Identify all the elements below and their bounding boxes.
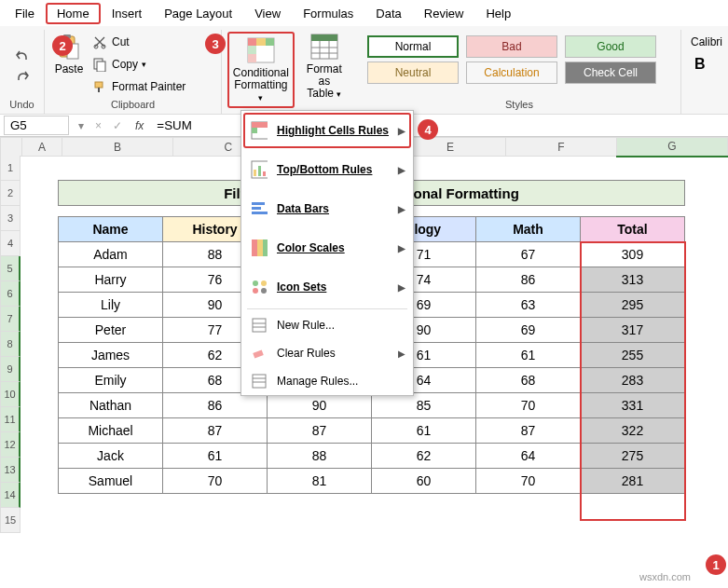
table-row: Jack61886264275 bbox=[59, 444, 685, 469]
menu-clear-rules[interactable]: Clear Rules ▶ bbox=[241, 339, 413, 367]
svg-point-36 bbox=[253, 288, 258, 294]
svg-rect-31 bbox=[252, 239, 257, 256]
svg-rect-29 bbox=[252, 207, 261, 210]
svg-rect-28 bbox=[252, 202, 265, 205]
icon-sets-icon bbox=[251, 279, 268, 295]
redo-icon[interactable] bbox=[14, 67, 31, 84]
menu-insert[interactable]: Insert bbox=[101, 3, 154, 24]
menu-home[interactable]: Home bbox=[46, 3, 101, 24]
menu-label: Color Scales bbox=[277, 241, 345, 254]
svg-point-37 bbox=[261, 288, 267, 294]
conditional-formatting-icon bbox=[246, 35, 276, 65]
chevron-right-icon: ▶ bbox=[398, 282, 405, 293]
svg-rect-6 bbox=[97, 62, 105, 72]
svg-rect-16 bbox=[311, 34, 337, 41]
svg-rect-41 bbox=[253, 349, 263, 358]
svg-rect-11 bbox=[256, 38, 266, 46]
copy-label: Copy bbox=[112, 58, 138, 71]
cut-button[interactable]: Cut bbox=[91, 32, 185, 52]
format-painter-icon bbox=[91, 78, 108, 95]
callout-2: 2 bbox=[52, 35, 73, 56]
svg-rect-13 bbox=[248, 46, 256, 54]
svg-rect-12 bbox=[266, 38, 274, 46]
style-normal[interactable]: Normal bbox=[367, 35, 459, 58]
menu-page-layout[interactable]: Page Layout bbox=[153, 3, 243, 24]
menu-label: New Rule... bbox=[277, 319, 335, 332]
menu-help[interactable]: Help bbox=[474, 3, 522, 24]
copy-button[interactable]: Copy ▾ bbox=[91, 54, 185, 75]
menu-file[interactable]: File bbox=[4, 3, 46, 24]
name-box[interactable] bbox=[4, 116, 69, 135]
svg-rect-14 bbox=[248, 54, 256, 62]
table-row: Michael87876187322 bbox=[59, 418, 685, 444]
row-headers[interactable]: 1234 56789 1011121314 15 bbox=[0, 156, 21, 533]
format-as-table-button[interactable]: Format asTable ▾ bbox=[296, 32, 352, 101]
fx-label[interactable]: fx bbox=[128, 119, 151, 132]
menu-label: Icon Sets bbox=[277, 280, 326, 294]
undo-icon[interactable] bbox=[14, 47, 31, 63]
svg-rect-10 bbox=[248, 38, 256, 46]
style-bad[interactable]: Bad bbox=[466, 35, 557, 58]
svg-rect-32 bbox=[257, 239, 263, 256]
svg-rect-30 bbox=[252, 212, 268, 214]
callout-1: 1 bbox=[706, 554, 726, 575]
format-painter-button[interactable]: Format Painter bbox=[91, 76, 185, 97]
menu-view[interactable]: View bbox=[243, 3, 292, 24]
style-calculation[interactable]: Calculation bbox=[466, 62, 557, 84]
manage-rules-icon bbox=[251, 373, 268, 390]
conditional-formatting-button[interactable]: ConditionalFormatting ▾ bbox=[227, 32, 295, 108]
svg-rect-26 bbox=[258, 166, 261, 176]
menu-new-rule[interactable]: New Rule... bbox=[241, 311, 413, 339]
cell-styles-gallery[interactable]: Normal Bad Good Neutral Calculation Chec… bbox=[364, 32, 675, 88]
chevron-right-icon: ▶ bbox=[398, 243, 405, 253]
menu-highlight-cells-rules[interactable]: Highlight Cells Rules ▶ bbox=[241, 111, 413, 150]
table-row: Nathan86908570331 bbox=[59, 393, 685, 418]
chevron-right-icon: ▶ bbox=[398, 165, 405, 175]
menu-label: Clear Rules bbox=[277, 347, 336, 360]
clear-rules-icon bbox=[251, 345, 268, 362]
new-rule-icon bbox=[251, 317, 268, 334]
menu-top-bottom-rules[interactable]: Top/Bottom Rules ▶ bbox=[241, 150, 413, 189]
menu-color-scales[interactable]: Color Scales ▶ bbox=[241, 228, 413, 267]
style-good[interactable]: Good bbox=[565, 35, 656, 58]
cond-fmt-label: ConditionalFormatting ▾ bbox=[231, 67, 291, 104]
menu-data-bars[interactable]: Data Bars ▶ bbox=[241, 189, 413, 228]
style-check-cell[interactable]: Check Cell bbox=[565, 62, 656, 84]
cut-label: Cut bbox=[112, 35, 130, 48]
menu-icon-sets[interactable]: Icon Sets ▶ bbox=[241, 267, 413, 307]
font-name[interactable]: Calibri bbox=[687, 32, 722, 52]
top-bottom-icon bbox=[251, 161, 268, 178]
chevron-right-icon: ▶ bbox=[398, 349, 405, 359]
menu-data[interactable]: Data bbox=[364, 3, 412, 24]
menu-formulas[interactable]: Formulas bbox=[292, 3, 364, 24]
menu-label: Highlight Cells Rules bbox=[277, 124, 389, 137]
table-row: Samuel70816070281 bbox=[59, 469, 685, 494]
menu-manage-rules[interactable]: Manage Rules... bbox=[241, 367, 413, 395]
menu-review[interactable]: Review bbox=[413, 3, 475, 24]
menu-label: Top/Bottom Rules bbox=[277, 163, 372, 176]
clipboard-group-label: Clipboard bbox=[50, 99, 215, 112]
svg-rect-23 bbox=[252, 128, 257, 133]
svg-point-35 bbox=[261, 280, 267, 286]
svg-rect-33 bbox=[263, 239, 268, 256]
conditional-formatting-menu: Highlight Cells Rules ▶ Top/Bottom Rules… bbox=[240, 110, 414, 396]
color-scales-icon bbox=[251, 239, 268, 256]
menu-bar: File Home Insert Page Layout View Formul… bbox=[0, 0, 728, 26]
svg-rect-42 bbox=[253, 375, 266, 388]
paste-label: Paste bbox=[55, 63, 84, 75]
undo-group-label: Undo bbox=[6, 99, 38, 112]
chevron-right-icon: ▶ bbox=[398, 126, 405, 136]
format-painter-label: Format Painter bbox=[112, 80, 185, 93]
svg-rect-7 bbox=[95, 82, 103, 88]
style-neutral[interactable]: Neutral bbox=[367, 62, 459, 84]
bold-button[interactable]: B bbox=[687, 52, 722, 76]
svg-rect-25 bbox=[254, 170, 256, 176]
svg-rect-27 bbox=[263, 171, 266, 176]
cut-icon bbox=[91, 34, 108, 50]
svg-point-34 bbox=[253, 280, 258, 286]
formula-input[interactable] bbox=[151, 116, 728, 134]
svg-rect-22 bbox=[252, 122, 268, 128]
callout-3: 3 bbox=[205, 34, 226, 54]
highlight-cells-icon bbox=[251, 122, 268, 139]
watermark: wsxdn.com bbox=[639, 571, 691, 582]
